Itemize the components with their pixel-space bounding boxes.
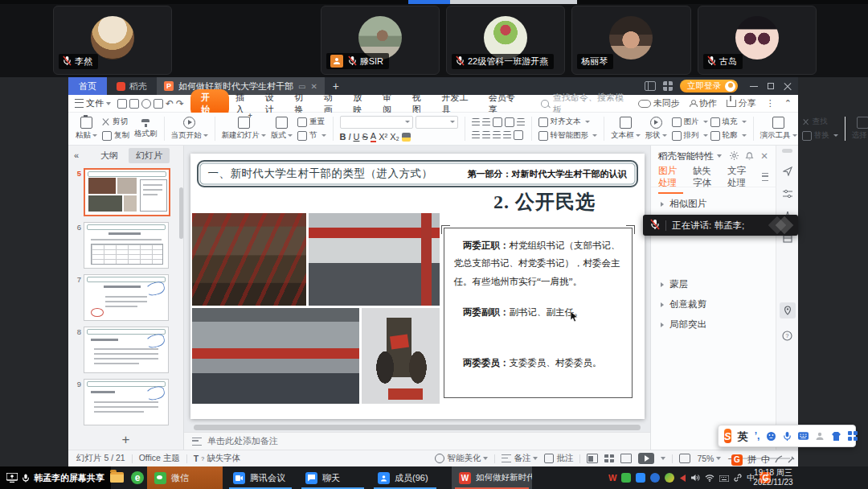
command-search[interactable]: 查找命令、搜索模板 bbox=[541, 92, 632, 116]
arrange-button[interactable]: 排列 bbox=[672, 130, 708, 141]
menu-design[interactable]: 设计 bbox=[265, 92, 283, 116]
paste-button[interactable]: 粘贴 bbox=[73, 117, 100, 141]
browser-icon[interactable]: e bbox=[131, 471, 144, 484]
close-button[interactable] bbox=[784, 82, 792, 90]
underline-button[interactable]: U bbox=[354, 132, 360, 142]
align-left-icon[interactable] bbox=[472, 131, 480, 139]
columns-icon[interactable] bbox=[514, 130, 523, 140]
tray-app-icon[interactable] bbox=[650, 473, 660, 483]
taskbar-members[interactable]: 成员(96) bbox=[371, 466, 440, 489]
print-icon[interactable] bbox=[141, 99, 151, 109]
menu-slideshow[interactable]: 放映 bbox=[353, 92, 371, 116]
tab-grid-icon[interactable] bbox=[663, 81, 673, 91]
slide-thumbnail[interactable] bbox=[84, 379, 169, 425]
indent-increase-icon[interactable] bbox=[505, 117, 514, 127]
ime-g-icon[interactable]: G bbox=[731, 454, 743, 466]
fit-slide-icon[interactable] bbox=[679, 454, 690, 463]
export-icon[interactable] bbox=[129, 99, 139, 109]
share-button[interactable]: 分享 bbox=[727, 97, 756, 109]
slideshow-play-button[interactable] bbox=[638, 453, 654, 464]
thumbnail-item-current[interactable]: 5 bbox=[70, 168, 180, 216]
slide-thumbnail[interactable] bbox=[84, 222, 169, 269]
comments-button[interactable]: 批注 bbox=[544, 453, 573, 464]
tab-text-processing[interactable]: 文字处理 bbox=[727, 165, 752, 189]
thumbnail-item[interactable]: 6 bbox=[70, 222, 180, 269]
font-family-select[interactable] bbox=[340, 116, 413, 129]
bell-icon[interactable] bbox=[745, 151, 754, 162]
strikethrough-button[interactable]: S bbox=[362, 132, 367, 142]
slide-thumbnail[interactable] bbox=[84, 168, 170, 216]
tray-app-icon[interactable] bbox=[665, 473, 674, 483]
profile-icon[interactable] bbox=[815, 431, 825, 442]
fill-button[interactable]: 填充 bbox=[710, 117, 747, 127]
panel-item-mask[interactable]: 蒙层 bbox=[651, 274, 776, 294]
tab-outline[interactable]: 大纲 bbox=[93, 148, 125, 163]
taskbar-clock[interactable]: 19:18 周三 2022/11/23 bbox=[748, 468, 798, 487]
align-center-icon[interactable] bbox=[482, 131, 490, 139]
tab-missing-fonts[interactable]: 缺失字体 bbox=[693, 165, 718, 189]
thumbnail-scrollbar[interactable] bbox=[179, 187, 183, 239]
outline-button[interactable]: 轮廓 bbox=[710, 130, 747, 141]
taskbar-wps[interactable]: W 如何做好新时代大... bbox=[452, 466, 532, 489]
wifi-icon[interactable] bbox=[705, 471, 714, 485]
new-slide-button[interactable]: 新建幻灯片 bbox=[219, 117, 269, 141]
zoom-level[interactable]: 75% bbox=[697, 454, 721, 463]
menu-animation[interactable]: 动画 bbox=[324, 92, 342, 116]
ime-punctuation[interactable]: ’, bbox=[755, 431, 760, 441]
notes-bar[interactable]: 单击此处添加备注 bbox=[184, 432, 650, 450]
collapse-panel-icon[interactable]: « bbox=[74, 150, 79, 160]
tray-wechat-icon[interactable] bbox=[621, 473, 631, 483]
ime-handwrite-icon[interactable] bbox=[775, 455, 783, 465]
more-menu-icon[interactable]: ⋮ bbox=[766, 98, 775, 109]
participant-tile[interactable]: 李然 bbox=[53, 6, 172, 75]
menu-review[interactable]: 审阅 bbox=[383, 92, 400, 116]
menu-view[interactable]: 视图 bbox=[412, 92, 430, 116]
reading-view-icon[interactable] bbox=[620, 454, 632, 463]
font-size-select[interactable] bbox=[416, 116, 458, 129]
slide-thumbnail[interactable] bbox=[84, 327, 169, 373]
theme-name[interactable]: Office 主题 bbox=[139, 453, 180, 464]
comment-bubble-icon[interactable]: ▭ bbox=[298, 82, 305, 91]
smart-beautify-button[interactable]: 智能美化 bbox=[435, 453, 488, 464]
text-box-button[interactable]: 文本框 bbox=[608, 117, 643, 141]
bold-button[interactable]: B bbox=[340, 132, 346, 142]
sogou-logo[interactable]: S bbox=[724, 429, 731, 443]
copy-button[interactable]: 复制 bbox=[102, 130, 129, 141]
emoji-icon[interactable] bbox=[766, 431, 776, 442]
normal-view-icon[interactable] bbox=[587, 454, 598, 463]
collapse-ribbon-icon[interactable]: ⌃ bbox=[784, 98, 792, 109]
section-button[interactable]: 节 bbox=[297, 130, 326, 141]
add-slide-button[interactable]: + bbox=[68, 430, 183, 450]
slide-text-box[interactable]: 两委正职：村党组织书记（支部书记、党总支部书记、村党委书记），村委会主任。有些地… bbox=[444, 228, 633, 398]
select-button[interactable]: 选择 bbox=[850, 117, 868, 141]
undo-icon[interactable]: ↶ bbox=[166, 99, 174, 109]
screen-share-banner[interactable]: 韩孟李的屏幕共享 bbox=[0, 466, 111, 489]
present-tools-button[interactable]: 演示工具 bbox=[758, 117, 800, 141]
menu-transition[interactable]: 切换 bbox=[294, 92, 312, 116]
file-explorer-icon[interactable] bbox=[110, 472, 124, 483]
smart-graphic-button[interactable]: 转智能图形 bbox=[538, 130, 598, 141]
help-icon[interactable]: ? bbox=[782, 330, 793, 341]
send-icon[interactable] bbox=[782, 166, 793, 177]
bullet-list-icon[interactable] bbox=[472, 118, 480, 126]
play-from-current-button[interactable]: 当页开始 bbox=[169, 117, 211, 141]
find-button[interactable]: 查找 bbox=[802, 117, 838, 127]
panel-menu-icon[interactable] bbox=[762, 173, 768, 181]
keyboard-tray-icon[interactable] bbox=[719, 471, 729, 485]
taskbar-wechat[interactable]: 微信 bbox=[147, 466, 223, 489]
participant-tile[interactable]: 古岛 bbox=[698, 6, 817, 75]
thumbnail-item[interactable]: 7 bbox=[70, 274, 180, 321]
tray-wps-icon[interactable]: W bbox=[608, 473, 616, 483]
participant-tile[interactable]: 杨丽琴 bbox=[571, 6, 690, 75]
taskbar-chat[interactable]: 聊天 bbox=[298, 466, 367, 489]
save-icon[interactable] bbox=[117, 99, 127, 109]
reset-button[interactable]: 重置 bbox=[297, 117, 326, 127]
tray-meeting-icon[interactable] bbox=[636, 473, 645, 483]
participant-tile[interactable]: 滕SIR bbox=[321, 6, 440, 75]
split-view-icon[interactable] bbox=[645, 81, 656, 91]
shapes-button[interactable]: 形状 bbox=[643, 117, 669, 141]
close-panel-icon[interactable]: ✕ bbox=[760, 150, 768, 162]
redo-icon[interactable]: ↷ bbox=[176, 99, 184, 109]
taskbar-meeting[interactable]: 腾讯会议 bbox=[226, 466, 295, 489]
menu-member[interactable]: 会员专享 bbox=[489, 92, 523, 116]
